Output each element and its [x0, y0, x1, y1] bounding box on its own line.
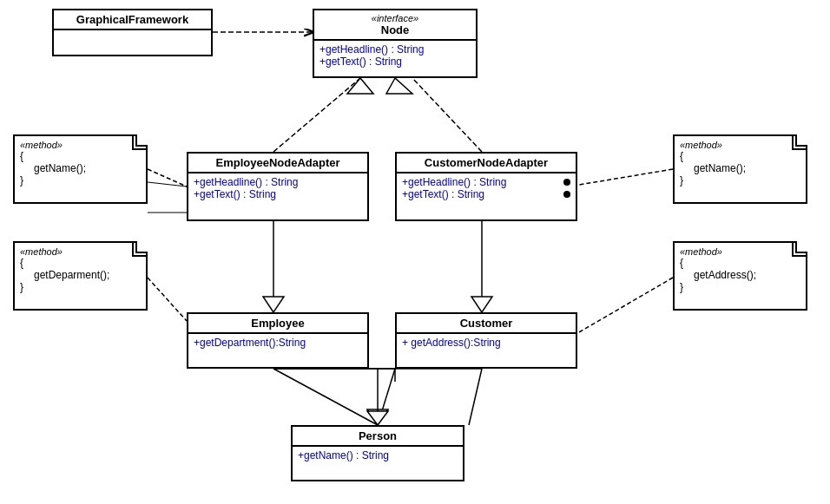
note-corner-1: [135, 134, 148, 147]
employee-node-adapter-method-1: +getHeadline() : String: [194, 176, 362, 188]
note-getaddress-line3: getAddress();: [680, 269, 790, 281]
note-getname-customer-line1: «method»: [680, 140, 790, 150]
svg-line-2: [273, 78, 360, 152]
svg-line-10: [273, 369, 378, 425]
note-getname-customer-line3: getName();: [680, 162, 790, 174]
employee-node-adapter-box: EmployeeNodeAdapter +getHeadline() : Str…: [187, 152, 369, 221]
svg-line-14: [469, 369, 482, 425]
note-getdepartment: «method» { getDeparment(); }: [13, 241, 148, 311]
svg-marker-9: [471, 297, 492, 312]
note-getname-customer: «method» { getName(); }: [673, 134, 807, 204]
svg-line-16: [148, 169, 187, 187]
note-corner-4: [795, 241, 807, 253]
svg-marker-5: [386, 78, 412, 94]
person-method-1: +getName() : String: [298, 449, 458, 461]
svg-marker-3: [347, 78, 373, 94]
customer-header: Customer: [397, 314, 576, 334]
employee-node-adapter-body: +getHeadline() : String +getText() : Str…: [188, 173, 367, 203]
svg-marker-7: [263, 297, 284, 312]
svg-line-17: [148, 278, 187, 321]
note-getdepartment-line2: {: [20, 257, 130, 269]
note-corner-3: [795, 134, 807, 147]
note-getname-customer-line2: {: [680, 150, 790, 162]
employee-box: Employee +getDepartment():String: [187, 312, 369, 369]
node-label: Node: [319, 23, 471, 36]
node-stereotype: «interface»: [319, 13, 471, 23]
note-getaddress-line4: }: [680, 281, 790, 293]
note-getname-customer-line4: }: [680, 174, 790, 187]
node-method-1: +getHeadline() : String: [319, 43, 471, 56]
customer-node-adapter-label: CustomerNodeAdapter: [402, 156, 570, 169]
svg-marker-26: [367, 411, 388, 425]
svg-line-22: [148, 182, 187, 187]
svg-marker-13: [367, 409, 388, 425]
note-getname-employee-line1: «method»: [20, 140, 130, 150]
note-getaddress: «method» { getAddress(); }: [673, 241, 807, 311]
employee-node-adapter-label: EmployeeNodeAdapter: [194, 156, 362, 169]
person-label: Person: [298, 429, 458, 442]
employee-body: +getDepartment():String: [188, 334, 367, 351]
graphical-framework-label: GraphicalFramework: [76, 13, 188, 26]
customer-body: + getAddress():String: [397, 334, 576, 351]
person-body: +getName() : String: [293, 447, 463, 464]
note-getname-employee-line2: {: [20, 150, 130, 162]
note-getname-employee: «method» { getName(); }: [13, 134, 148, 204]
note-getname-employee-line4: }: [20, 174, 130, 187]
customer-label: Customer: [402, 317, 570, 330]
note-getdepartment-line1: «method»: [20, 246, 130, 257]
customer-method-1: + getAddress():String: [402, 337, 570, 349]
node-header: «interface» Node: [314, 10, 476, 41]
employee-node-adapter-header: EmployeeNodeAdapter: [188, 154, 367, 173]
svg-line-18: [569, 169, 673, 187]
customer-node-adapter-body: +getHeadline() : String +getText() : Str…: [397, 173, 576, 203]
note-getname-employee-line3: getName();: [20, 162, 130, 174]
employee-node-adapter-method-2: +getText() : String: [194, 188, 362, 200]
note-getaddress-line2: {: [680, 257, 790, 269]
svg-line-19: [569, 278, 673, 338]
graphical-framework-header: GraphicalFramework: [54, 10, 211, 30]
employee-method-1: +getDepartment():String: [194, 337, 362, 349]
node-method-2: +getText() : String: [319, 56, 471, 68]
customer-node-adapter-box: CustomerNodeAdapter +getHeadline() : Str…: [395, 152, 577, 221]
customer-node-adapter-method-2: +getText() : String: [402, 188, 570, 200]
svg-line-11: [378, 369, 395, 425]
node-body: +getHeadline() : String +getText() : Str…: [314, 41, 476, 70]
graphical-framework-box: GraphicalFramework: [52, 9, 213, 56]
person-header: Person: [293, 427, 463, 447]
note-getdepartment-line4: }: [20, 281, 130, 293]
uml-diagram: GraphicalFramework «interface» Node +get…: [0, 0, 830, 504]
note-getdepartment-line3: getDeparment();: [20, 269, 130, 281]
note-getaddress-line1: «method»: [680, 246, 790, 257]
node-box: «interface» Node +getHeadline() : String…: [313, 9, 478, 78]
svg-line-4: [412, 78, 482, 152]
customer-node-adapter-method-1: +getHeadline() : String: [402, 176, 570, 188]
customer-box: Customer + getAddress():String: [395, 312, 577, 369]
customer-node-adapter-header: CustomerNodeAdapter: [397, 154, 576, 173]
employee-label: Employee: [194, 317, 362, 330]
employee-header: Employee: [188, 314, 367, 334]
note-corner-2: [135, 241, 148, 253]
person-box: Person +getName() : String: [291, 425, 464, 481]
